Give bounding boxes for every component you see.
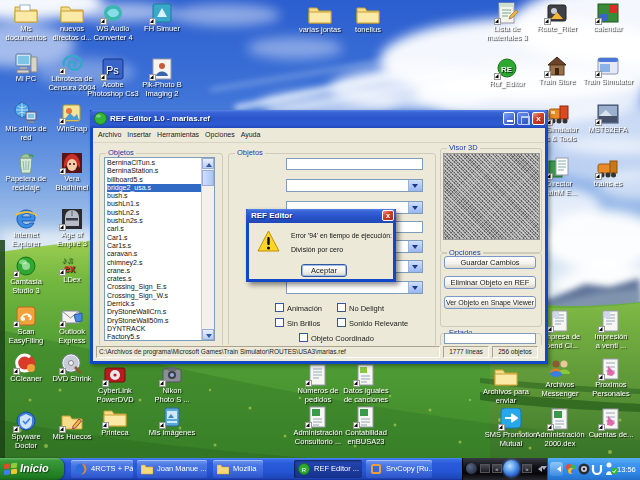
svg-text:R: R	[302, 467, 307, 473]
svg-text:Ps: Ps	[106, 64, 119, 76]
svg-text:RE: RE	[501, 65, 513, 74]
